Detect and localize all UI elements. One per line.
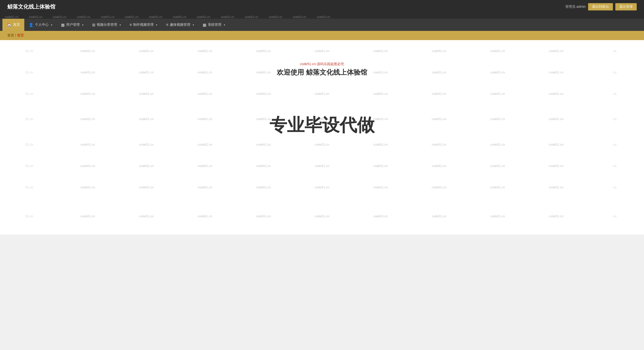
nav-users[interactable]: ▦ 用户管理 ▾ — [56, 19, 88, 31]
nav-fun-video[interactable]: ≡ 趣味视频管理 ▾ — [162, 19, 198, 31]
welcome-message: 欢迎使用 鲸落文化线上体验馆 — [0, 68, 644, 77]
promo-section: 专业毕设代做 — [0, 84, 644, 144]
video-category-icon: ⊞ — [92, 22, 95, 27]
welcome-section: code51.cn-源码乐园盗图必究 欢迎使用 鲸落文化线上体验馆 — [0, 55, 644, 84]
header-right: 管理员 admin 退出到前台 退出登录 — [565, 3, 637, 10]
watermark-row-6: 51.cn code51.cn code51.cn code51.cn code… — [0, 155, 644, 176]
breadcrumb-separator: / — [15, 33, 17, 37]
profile-icon: 👤 — [29, 22, 34, 27]
chevron-down-icon-6: ▾ — [224, 24, 225, 26]
nav-home[interactable]: 🏠 首页 — [2, 19, 24, 31]
breadcrumb: 首页 / 首页 — [0, 31, 644, 40]
nav-video-category-label: 视频分类管理 — [97, 22, 117, 27]
make-video-icon: ≡ — [130, 22, 132, 27]
system-icon: ▦ — [203, 22, 206, 27]
frontend-button[interactable]: 退出到前台 — [588, 3, 613, 10]
nav-make-video[interactable]: ≡ 制作视频管理 ▾ — [125, 19, 162, 31]
nav-profile[interactable]: 👤 个人中心 ▾ — [24, 19, 56, 31]
top-watermark-strip: code51.cn code51.cn code51.cn code51.cn … — [0, 13, 644, 19]
fun-video-icon: ≡ — [166, 22, 168, 27]
chevron-down-icon-3: ▾ — [120, 24, 121, 26]
navbar: 🏠 首页 👤 个人中心 ▾ ▦ 用户管理 ▾ ⊞ 视频分类管理 ▾ ≡ 制作视频… — [0, 19, 644, 31]
watermark-row-7: 51.cn code51.cn code51.cn code51.cn code… — [0, 177, 644, 198]
watermark-row-8: 51.cn code51.cn code51.cn code51.cn code… — [0, 198, 644, 234]
nav-profile-label: 个人中心 — [35, 22, 48, 27]
chevron-down-icon-2: ▾ — [82, 24, 83, 26]
logout-button[interactable]: 退出登录 — [615, 3, 637, 10]
site-logo: 鲸落文化线上体验馆 — [7, 3, 56, 10]
breadcrumb-parent[interactable]: 首页 — [7, 33, 14, 37]
chevron-down-icon-4: ▾ — [156, 24, 157, 26]
home-icon: 🏠 — [7, 22, 12, 27]
nav-users-label: 用户管理 — [66, 22, 80, 27]
watermark-source-label: code51.cn-源码乐园盗图必究 — [0, 62, 644, 66]
chevron-down-icon: ▾ — [51, 24, 52, 26]
nav-home-label: 首页 — [13, 22, 20, 27]
nav-video-category[interactable]: ⊞ 视频分类管理 ▾ — [88, 19, 125, 31]
chevron-down-icon-5: ▾ — [193, 24, 194, 26]
users-icon: ▦ — [61, 22, 65, 27]
admin-label: 管理员 admin — [565, 4, 586, 9]
main-content: 51.cn code51.cn code51.cn code51.cn code… — [0, 40, 644, 234]
header: 鲸落文化线上体验馆 管理员 admin 退出到前台 退出登录 — [0, 0, 644, 13]
nav-fun-video-label: 趣味视频管理 — [170, 22, 190, 27]
promo-text: 专业毕设代做 — [0, 114, 644, 137]
nav-make-video-label: 制作视频管理 — [133, 22, 154, 27]
breadcrumb-current: 首页 — [17, 33, 24, 37]
nav-system-label: 系统管理 — [208, 22, 222, 27]
nav-system[interactable]: ▦ 系统管理 ▾ — [198, 19, 230, 31]
